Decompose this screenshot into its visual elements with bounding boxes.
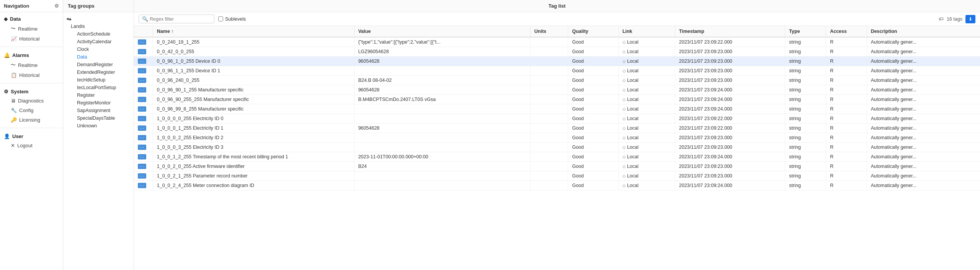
row-menu-button[interactable]: ··· [138, 49, 146, 54]
cell-description: Automatically gener... [867, 76, 980, 85]
row-menu-button[interactable]: ··· [138, 59, 146, 64]
sidebar-item-realtime-data[interactable]: 〜 Realtime [0, 23, 63, 34]
divider-1 [0, 47, 63, 47]
dots-button[interactable]: ··· [134, 47, 153, 57]
tree-item[interactable]: RegisterMonitor [63, 99, 134, 107]
dots-button[interactable]: ··· [134, 143, 153, 152]
row-menu-button[interactable]: ··· [138, 116, 146, 121]
table-row: ···1_0_0_1_2_255 Timestamp of the most r… [134, 152, 980, 162]
tree-item[interactable]: SapAssignment [63, 107, 134, 114]
tree-item[interactable]: ActionSchedule [63, 30, 134, 38]
sidebar-item-realtime-alarms[interactable]: 〜 Realtime [0, 60, 63, 70]
cell-link: ◇Local [618, 143, 675, 152]
table-icon: 📋 [11, 72, 17, 78]
sidebar-item-diagnostics[interactable]: 🖥 Diagnostics [0, 96, 63, 106]
cell-value [354, 171, 530, 181]
dots-button[interactable]: ··· [134, 85, 153, 95]
tree-item[interactable]: Unknown [63, 122, 134, 130]
cell-link: ◇Local [618, 171, 675, 181]
link-text: Local [627, 183, 639, 188]
cell-access: R [826, 95, 867, 104]
row-menu-button[interactable]: ··· [138, 106, 146, 112]
gear-icon[interactable]: ⚙ [54, 3, 59, 9]
col-header-access[interactable]: Access [826, 26, 867, 37]
col-header-timestamp[interactable]: Timestamp [675, 26, 785, 37]
row-menu-button[interactable]: ··· [138, 145, 146, 150]
row-menu-button[interactable]: ··· [138, 135, 146, 140]
tree-item[interactable]: ExtendedRegister [63, 68, 134, 76]
dots-button[interactable]: ··· [134, 57, 153, 66]
sidebar-group-label-user: 👤 User [0, 131, 63, 141]
row-menu-button[interactable]: ··· [138, 68, 146, 73]
search-box[interactable]: 🔍 [139, 15, 214, 23]
cell-name: 1_0_0_0_0_255 Electricity ID 0 [153, 114, 354, 124]
sublevels-label[interactable]: Sublevels [218, 16, 246, 22]
cell-description: Automatically gener... [867, 104, 980, 114]
col-header-units[interactable]: Units [530, 26, 568, 37]
dots-button[interactable]: ··· [134, 181, 153, 190]
row-menu-button[interactable]: ··· [138, 97, 146, 102]
sidebar-item-historical-alarms[interactable]: 📋 Historical [0, 70, 63, 80]
table-row: ···1_0_0_2_0_255 Active firmware identif… [134, 162, 980, 171]
dots-button[interactable]: ··· [134, 171, 153, 181]
cell-description: Automatically gener... [867, 37, 980, 47]
row-menu-button[interactable]: ··· [138, 173, 146, 179]
row-menu-button[interactable]: ··· [138, 125, 146, 131]
toolbar-left: 🔍 Sublevels [139, 15, 246, 23]
tree-item[interactable]: ActivityCalendar [63, 38, 134, 46]
tree-item[interactable]: Clock [63, 46, 134, 53]
dots-button[interactable]: ··· [134, 66, 153, 76]
tree-item[interactable]: Landis [63, 23, 134, 30]
sidebar-label-config: Config [19, 107, 34, 113]
col-header-description[interactable]: Description [867, 26, 980, 37]
tree-item[interactable]: DemandRegister [63, 61, 134, 68]
sidebar-group-label-alarms: 🔔 Alarms [0, 50, 63, 60]
tree-item[interactable]: SpecialDaysTable [63, 114, 134, 122]
dots-button[interactable]: ··· [134, 152, 153, 162]
row-menu-button[interactable]: ··· [138, 183, 146, 188]
col-header-quality[interactable]: Quality [568, 26, 618, 37]
sidebar-item-licensing[interactable]: 🔑 Licensing [0, 115, 63, 125]
sidebar-item-logout[interactable]: ✕ Logout [0, 141, 63, 150]
cell-link: ◇Local [618, 37, 675, 47]
sidebar-item-config[interactable]: 🔧 Config [0, 106, 63, 115]
sublevels-checkbox[interactable] [218, 16, 223, 21]
row-menu-button[interactable]: ··· [138, 39, 146, 45]
row-menu-button[interactable]: ··· [138, 164, 146, 169]
tree-item[interactable]: IecHdlcSetup [63, 76, 134, 84]
dots-button[interactable]: ··· [134, 95, 153, 104]
dots-button[interactable]: ··· [134, 114, 153, 124]
download-button[interactable]: ⬇ [965, 15, 975, 23]
dots-button[interactable]: ··· [134, 104, 153, 114]
dots-button[interactable]: ··· [134, 37, 153, 47]
dots-button[interactable]: ··· [134, 76, 153, 85]
tree-item[interactable]: Data [63, 53, 134, 61]
cell-timestamp: 2023/11/07 23:09:23.000 [675, 143, 785, 152]
link-icon: ◇ [622, 49, 626, 54]
link-text: Local [627, 39, 639, 45]
sidebar-label-realtime-data: Realtime [18, 26, 38, 32]
cell-value: B.M4BCPTSCmDo.2407.LT0S vGsa [354, 95, 530, 104]
col-header-name[interactable]: Name ↑ [153, 26, 354, 37]
dots-button[interactable]: ··· [134, 124, 153, 133]
dots-button[interactable]: ··· [134, 133, 153, 143]
cell-name: 0_0_240_19_1_255 [153, 37, 354, 47]
col-header-type[interactable]: Type [785, 26, 826, 37]
row-menu-button[interactable]: ··· [138, 154, 146, 159]
tree-item[interactable]: IecLocalPortSetup [63, 84, 134, 91]
search-input[interactable] [150, 16, 211, 22]
col-header-value[interactable]: Value [354, 26, 530, 37]
sidebar-item-historical-data[interactable]: 📈 Historical [0, 34, 63, 44]
row-menu-button[interactable]: ··· [138, 87, 146, 93]
cell-link: ◇Local [618, 162, 675, 171]
tree-item[interactable]: Register [63, 91, 134, 99]
link-icon: ◇ [622, 78, 626, 83]
cell-access: R [826, 143, 867, 152]
cell-quality: Good [568, 171, 618, 181]
col-header-link[interactable]: Link [618, 26, 675, 37]
cell-units [530, 152, 568, 162]
link-icon: ◇ [622, 155, 626, 159]
row-menu-button[interactable]: ··· [138, 78, 146, 83]
link-icon: ◇ [622, 40, 626, 45]
dots-button[interactable]: ··· [134, 162, 153, 171]
